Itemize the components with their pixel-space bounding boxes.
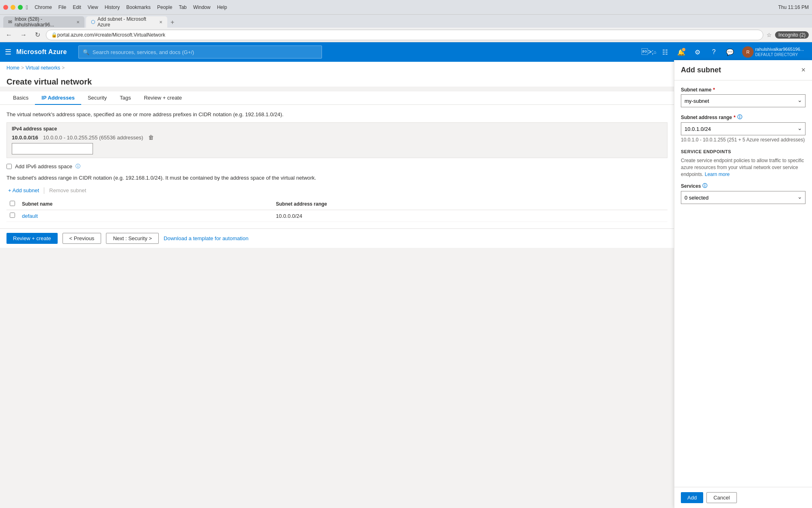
menu-history[interactable]: History xyxy=(105,4,120,10)
ipv6-checkbox[interactable] xyxy=(6,164,12,169)
subnet-name-input-final[interactable] xyxy=(681,94,806,107)
settings-icon[interactable]: ⚙ xyxy=(690,45,705,59)
directory-icon[interactable]: ☷ xyxy=(658,45,672,59)
menu-view[interactable]: View xyxy=(88,4,98,10)
panel-close-button[interactable]: × xyxy=(801,66,806,74)
download-template-link[interactable]: Download a template for automation xyxy=(164,235,248,241)
apple-icon[interactable]:  xyxy=(26,4,28,11)
breadcrumb-virtual-networks[interactable]: Virtual networks xyxy=(26,65,60,71)
forward-button[interactable]: → xyxy=(18,30,29,39)
maximize-window-btn[interactable] xyxy=(18,5,23,10)
azure-search-input[interactable] xyxy=(93,49,317,55)
bookmark-icon[interactable]: ☆ xyxy=(767,32,772,38)
cloud-shell-icon[interactable]: >;⌂ xyxy=(641,45,656,59)
search-icon: 🔍 xyxy=(83,49,89,55)
menu-help[interactable]: Help xyxy=(217,4,227,10)
notification-icon[interactable]: 🔔 xyxy=(674,45,689,59)
service-endpoints-desc: Create service endpoint policies to allo… xyxy=(681,157,806,178)
tab-ip-addresses[interactable]: IP Addresses xyxy=(35,91,81,105)
tab-azure[interactable]: ⬡ Add subnet - Microsoft Azure ✕ xyxy=(86,16,167,28)
page-footer: Review + create < Previous Next : Securi… xyxy=(0,228,674,248)
learn-more-link[interactable]: Learn more xyxy=(705,172,730,177)
user-name: rahulshivalkar9665196... xyxy=(755,47,804,52)
subnet-address-wrapper: 10.0.1.0/24 xyxy=(681,122,806,135)
services-select[interactable]: 0 selected xyxy=(681,191,806,204)
breadcrumb: Home > Virtual networks > xyxy=(0,62,674,74)
select-all-checkbox[interactable] xyxy=(10,201,15,206)
menu-people[interactable]: People xyxy=(157,4,172,10)
action-divider xyxy=(44,187,44,194)
address-cidr: 10.0.0.0/16 xyxy=(12,135,38,141)
subnet-name-link[interactable]: default xyxy=(22,213,38,219)
table-row: default 10.0.0.0/24 xyxy=(6,210,667,222)
tab-azure-close[interactable]: ✕ xyxy=(159,20,162,24)
close-window-btn[interactable] xyxy=(3,5,8,10)
system-time: Thu 11:16 PM xyxy=(778,4,809,10)
minimize-window-btn[interactable] xyxy=(11,5,15,10)
subnet-address-required: * xyxy=(734,115,736,120)
tab-review-create[interactable]: Review + create xyxy=(137,91,188,105)
ipv6-label: Add IPv6 address space xyxy=(15,163,72,169)
tab-basics[interactable]: Basics xyxy=(6,91,35,105)
tab-security[interactable]: Security xyxy=(81,91,113,105)
feedback-icon[interactable]: 💬 xyxy=(723,45,737,59)
page-header: Create virtual network xyxy=(0,74,674,87)
menu-bar:  Chrome File Edit View History Bookmark… xyxy=(26,4,227,11)
hamburger-icon[interactable]: ☰ xyxy=(5,48,11,56)
menu-chrome[interactable]: Chrome xyxy=(35,4,52,10)
help-icon[interactable]: ? xyxy=(706,45,721,59)
tab-gmail-favicon: ✉ xyxy=(8,19,12,25)
page-title: Create virtual network xyxy=(6,77,667,87)
tab-gmail[interactable]: ✉ Inbox (528) - rahulshivalkar96... ✕ xyxy=(3,16,84,28)
review-create-button[interactable]: Review + create xyxy=(6,233,58,244)
remove-subnet-button[interactable]: Remove subnet xyxy=(48,186,88,195)
subnet-name-required: * xyxy=(713,87,715,93)
services-label: Services ⓘ xyxy=(681,182,806,189)
row-checkbox[interactable] xyxy=(10,213,15,218)
azure-search-box[interactable]: 🔍 xyxy=(78,46,322,59)
incognito-user[interactable]: Incognito (2) xyxy=(775,31,809,39)
services-field: Services ⓘ 0 selected xyxy=(681,182,806,204)
subnet-table: Subnet name Subnet address range default… xyxy=(6,198,667,222)
menu-file[interactable]: File xyxy=(58,4,66,10)
next-button[interactable]: Next : Security > xyxy=(106,233,159,244)
new-tab-button[interactable]: + xyxy=(169,17,176,28)
subnet-address-label: Subnet address range * ⓘ xyxy=(681,114,806,121)
ipv6-info-icon[interactable]: ⓘ xyxy=(76,163,80,170)
user-initials: R xyxy=(746,50,749,54)
subnet-address-select[interactable]: 10.0.1.0/24 xyxy=(681,122,806,135)
new-address-input[interactable] xyxy=(12,143,93,154)
subnet-name-label: Subnet name * xyxy=(681,87,806,93)
subnet-address-info-icon[interactable]: ⓘ xyxy=(737,114,742,121)
user-menu[interactable]: R rahulshivalkar9665196... DEFAULT DIREC… xyxy=(739,45,807,59)
menu-window[interactable]: Window xyxy=(193,4,211,10)
tab-tags[interactable]: Tags xyxy=(113,91,137,105)
address-row: 10.0.0.0/16 10.0.0.0 - 10.0.255.255 (655… xyxy=(12,134,662,141)
url-input[interactable]: 🔒 portal.azure.com/#create/Microsoft.Vir… xyxy=(46,30,763,40)
breadcrumb-sep-1: > xyxy=(21,65,24,71)
breadcrumb-home[interactable]: Home xyxy=(6,65,19,71)
panel-header: Add subnet × xyxy=(674,60,812,80)
refresh-button[interactable]: ↻ xyxy=(32,30,43,39)
services-wrapper: 0 selected xyxy=(681,191,806,204)
menu-edit[interactable]: Edit xyxy=(73,4,81,10)
services-info-icon[interactable]: ⓘ xyxy=(702,182,707,189)
ipv6-checkbox-row: Add IPv6 address space ⓘ xyxy=(6,163,667,170)
service-endpoints-header: SERVICE ENDPOINTS xyxy=(681,149,806,154)
traffic-lights[interactable] xyxy=(3,5,23,10)
menu-bookmarks[interactable]: Bookmarks xyxy=(126,4,151,10)
add-subnet-button[interactable]: + Add subnet xyxy=(6,186,41,195)
azure-nav-icons: >;⌂ ☷ 🔔 ⚙ ? 💬 R rahulshivalkar9665196..… xyxy=(641,45,807,59)
tab-bar: ✉ Inbox (528) - rahulshivalkar96... ✕ ⬡ … xyxy=(0,15,812,28)
back-button[interactable]: ← xyxy=(3,30,15,39)
tab-gmail-close[interactable]: ✕ xyxy=(76,20,80,24)
menu-tab[interactable]: Tab xyxy=(179,4,186,10)
ipv4-section-label: IPv4 address space xyxy=(12,126,662,132)
delete-address-icon[interactable]: 🗑 xyxy=(148,134,154,141)
row-checkbox-cell xyxy=(6,210,19,222)
address-bar-icons: ☆ Incognito (2) xyxy=(767,31,809,39)
previous-button[interactable]: < Previous xyxy=(63,233,102,244)
subnet-actions: + Add subnet Remove subnet xyxy=(6,186,667,195)
azure-topnav: ☰ Microsoft Azure 🔍 >;⌂ ☷ 🔔 ⚙ ? 💬 R rah… xyxy=(0,42,812,62)
subnet-name-field: Subnet name * xyxy=(681,87,806,107)
